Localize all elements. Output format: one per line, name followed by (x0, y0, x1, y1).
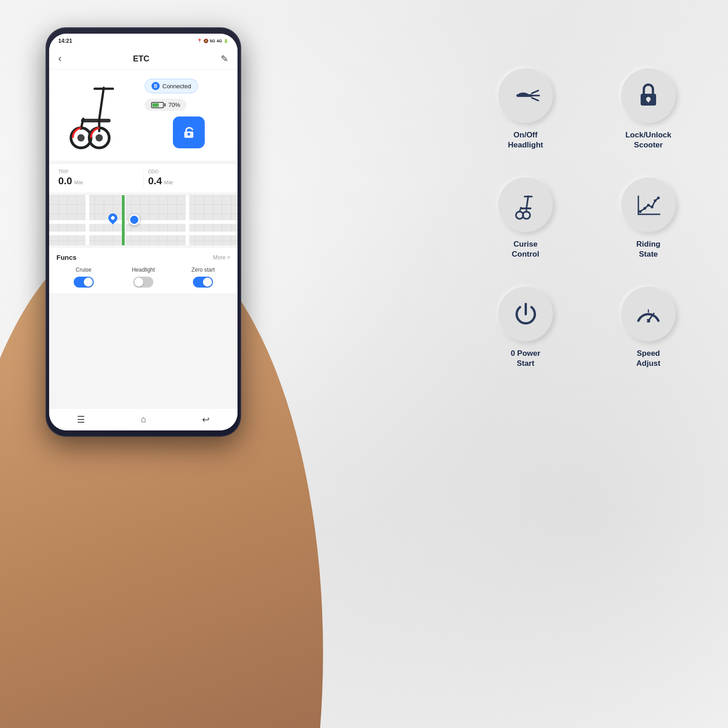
feature-riding-circle (621, 177, 676, 232)
map-section (49, 195, 238, 245)
features-section: On/OffHeadlight Lock/UnlockScooter (473, 68, 701, 369)
trip-value: 0.0 Mile (58, 175, 139, 187)
unlock-icon (182, 125, 196, 140)
funcs-more[interactable]: More > (213, 254, 230, 261)
svg-point-31 (654, 199, 657, 202)
odo-item: ODO 0.4 Mile (148, 169, 229, 187)
scooter-image-area (49, 70, 140, 161)
feature-lock: Lock/UnlockScooter (596, 68, 701, 150)
battery-status-icon: 🔋 (223, 39, 228, 43)
connection-status: Connected (162, 83, 191, 90)
phone-screen: 14:21 📍 🔕 5G 4G 🔋 ‹ ETC ✎ (49, 34, 238, 430)
map-road-h2 (49, 232, 238, 235)
page-container: 14:21 📍 🔕 5G 4G 🔋 ‹ ETC ✎ (0, 0, 728, 728)
feature-headlight: On/OffHeadlight (473, 68, 578, 150)
svg-point-27 (639, 210, 642, 213)
scooter-image (58, 79, 131, 152)
svg-point-29 (647, 204, 650, 207)
edit-button[interactable]: ✎ (221, 53, 228, 64)
svg-point-10 (187, 133, 190, 136)
feature-headlight-circle (498, 68, 553, 123)
feature-cruise-label: CuriseControl (512, 239, 539, 259)
svg-point-8 (77, 134, 85, 142)
svg-rect-17 (647, 99, 649, 102)
map-road-v3 (186, 195, 189, 245)
feature-cruise-circle (498, 177, 553, 232)
location-icon: 📍 (197, 39, 202, 43)
back-button[interactable]: ‹ (58, 53, 61, 65)
map-road-v1 (86, 195, 89, 245)
speed-icon (635, 302, 662, 327)
unlock-button[interactable] (173, 116, 205, 148)
trip-label: TRIP (58, 169, 139, 174)
func-headlight-label: Headlight (132, 267, 155, 273)
power-icon (513, 302, 538, 327)
cruise-toggle-knob (84, 278, 93, 287)
feature-speed-circle (621, 287, 676, 341)
page-title: ETC (133, 54, 149, 64)
wifi-icon: 4G (217, 39, 222, 43)
svg-point-28 (643, 207, 646, 210)
bottom-nav: ☰ ⌂ ↩ (49, 408, 238, 430)
funcs-header: Funcs More > (56, 253, 230, 261)
func-zero-start-label: Zero start (192, 267, 215, 273)
func-cruise-label: Cruise (76, 267, 91, 273)
battery-percent: 70% (168, 101, 180, 108)
status-bar: 14:21 📍 🔕 5G 4G 🔋 (49, 34, 238, 48)
svg-point-32 (657, 197, 660, 199)
headlight-icon (512, 84, 539, 107)
func-zero-start: Zero start (176, 267, 230, 288)
cruise-icon (511, 192, 541, 217)
feature-power-circle (498, 287, 553, 341)
zero-start-toggle[interactable] (193, 277, 213, 288)
svg-line-0 (99, 88, 104, 120)
odo-label: ODO (148, 169, 229, 174)
svg-line-12 (532, 91, 538, 93)
battery-fill (152, 103, 159, 107)
battery-tip (164, 103, 166, 106)
nav-back[interactable]: ↩ (202, 414, 210, 425)
battery-body (151, 102, 164, 108)
trip-divider (143, 169, 144, 187)
svg-line-14 (532, 98, 538, 101)
mute-icon: 🔕 (203, 39, 208, 43)
headlight-toggle-knob (134, 278, 143, 287)
map-green-road (122, 195, 125, 245)
zero-start-toggle-knob (203, 278, 212, 287)
map-road-h1 (49, 220, 238, 224)
connection-badge: B Connected (145, 79, 198, 93)
status-icons: 📍 🔕 5G 4G 🔋 (197, 39, 228, 43)
funcs-title: Funcs (56, 253, 76, 261)
feature-cruise: CuriseControl (473, 177, 578, 259)
feature-power-label: 0 PowerStart (511, 349, 540, 369)
feature-speed-label: SpeedAdjust (637, 349, 661, 369)
feature-speed: SpeedAdjust (596, 287, 701, 369)
svg-rect-2 (81, 119, 111, 122)
signal-icon: 5G (210, 39, 215, 43)
svg-point-30 (651, 206, 653, 208)
svg-line-18 (526, 196, 528, 208)
lock-icon (637, 82, 660, 109)
scooter-section: B Connected 70% (49, 70, 238, 161)
riding-icon (635, 192, 662, 217)
status-time: 14:21 (58, 38, 72, 44)
funcs-section: Funcs More > Cruise Headlight (49, 248, 238, 293)
app-header: ‹ ETC ✎ (49, 48, 238, 70)
trip-section: TRIP 0.0 Mile ODO 0.4 Mile (49, 163, 238, 192)
battery-icon (151, 102, 166, 108)
headlight-toggle[interactable] (133, 277, 153, 288)
location-marker (129, 214, 140, 225)
cruise-toggle[interactable] (74, 277, 94, 288)
bluetooth-icon: B (152, 82, 160, 90)
nav-menu[interactable]: ☰ (77, 414, 85, 425)
phone-frame: 14:21 📍 🔕 5G 4G 🔋 ‹ ETC ✎ (46, 27, 241, 437)
nav-home[interactable]: ⌂ (141, 414, 146, 425)
feature-riding-label: RidingState (637, 239, 661, 259)
trip-item: TRIP 0.0 Mile (58, 169, 139, 187)
battery-badge: 70% (145, 99, 187, 111)
feature-lock-label: Lock/UnlockScooter (625, 130, 671, 150)
feature-headlight-label: On/OffHeadlight (508, 130, 543, 150)
scooter-info: B Connected 70% (140, 70, 238, 161)
odo-value: 0.4 Mile (148, 175, 229, 187)
funcs-items: Cruise Headlight Zero start (56, 267, 230, 288)
